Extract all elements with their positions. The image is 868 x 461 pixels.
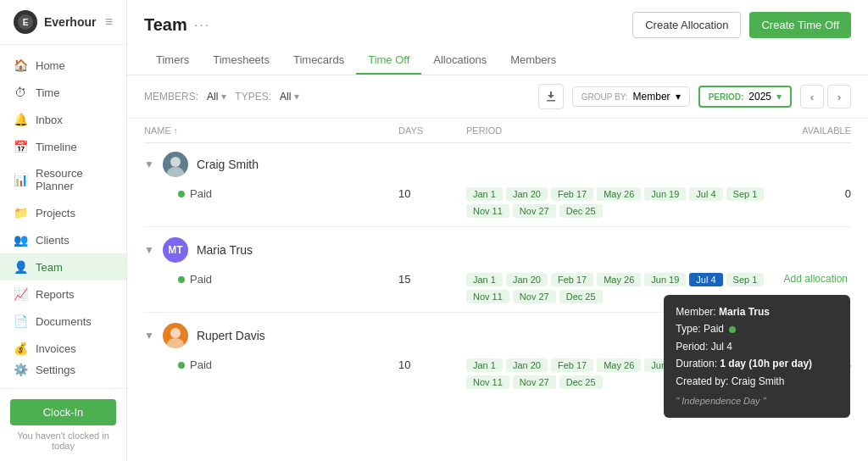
tag[interactable]: May 26 xyxy=(597,358,641,372)
main-content: Team ··· Create Allocation Create Time O… xyxy=(127,0,868,461)
home-icon: 🏠 xyxy=(14,58,27,72)
tag[interactable]: May 26 xyxy=(597,187,641,201)
clock-in-status: You haven't clocked in today xyxy=(10,430,116,451)
sidebar-item-reports[interactable]: 📈 Reports xyxy=(0,280,126,308)
header-actions: Create Allocation Create Time Off xyxy=(632,12,851,38)
types-filter-value: All xyxy=(280,91,291,103)
tag[interactable]: Jul 4 xyxy=(689,187,722,201)
sidebar-item-time[interactable]: ⏱ Time xyxy=(0,79,126,106)
tag[interactable]: May 26 xyxy=(597,273,641,286)
tooltip-created-by: Created by: Craig Smith xyxy=(676,373,838,390)
tag[interactable]: Feb 17 xyxy=(551,273,593,286)
tag[interactable]: Nov 27 xyxy=(513,204,556,218)
projects-icon: 📁 xyxy=(14,206,27,219)
tab-members[interactable]: Members xyxy=(498,47,568,75)
svg-point-3 xyxy=(170,157,181,167)
alloc-type-craig: Paid xyxy=(144,187,398,200)
tag[interactable]: Nov 11 xyxy=(466,375,509,389)
tooltip-member: Member: Maria Trus xyxy=(676,303,838,320)
tag[interactable]: Nov 27 xyxy=(513,290,556,303)
collapse-button[interactable]: ≡ xyxy=(105,14,113,30)
settings-icon: ⚙️ xyxy=(14,363,27,376)
sidebar-item-projects[interactable]: 📁 Projects xyxy=(0,199,126,226)
tag[interactable]: Dec 25 xyxy=(559,204,603,218)
members-filter-value: All xyxy=(207,91,218,103)
tag[interactable]: Jun 19 xyxy=(644,187,686,201)
invoices-icon: 💰 xyxy=(14,342,27,355)
sidebar-item-documents[interactable]: 📄 Documents xyxy=(0,308,126,335)
table-container: NAME↑ DAYS PERIOD AVAILABLE ▼ Craig Smit… xyxy=(127,119,868,461)
alloc-type-rupert: Paid xyxy=(144,358,398,371)
dot-craig xyxy=(178,191,185,197)
allocation-row-maria: Paid 15 Jan 1 Jan 20 Feb 17 May 26 Jun 1… xyxy=(144,268,851,308)
sidebar-item-clients[interactable]: 👥 Clients xyxy=(0,226,126,253)
tag[interactable]: Nov 11 xyxy=(466,204,509,218)
tag[interactable]: Jan 1 xyxy=(466,273,503,286)
tag[interactable]: Feb 17 xyxy=(551,187,593,201)
members-filter-select[interactable]: All ▾ xyxy=(207,91,226,103)
tag[interactable]: Jan 20 xyxy=(506,187,548,201)
inbox-icon: 🔔 xyxy=(14,113,27,126)
tag[interactable]: Jan 20 xyxy=(506,273,548,286)
timeline-icon: 📅 xyxy=(14,140,27,153)
add-allocation-maria[interactable]: Add allocation xyxy=(766,273,851,285)
main-header: Team ··· Create Allocation Create Time O… xyxy=(127,0,868,75)
alloc-type-label-maria: Paid xyxy=(190,273,212,286)
page-title-area: Team ··· xyxy=(144,15,210,35)
tag[interactable]: Sep 1 xyxy=(726,187,765,201)
tab-timesheets[interactable]: Timesheets xyxy=(201,47,281,75)
tag[interactable]: Jan 20 xyxy=(506,358,548,372)
member-row-craig[interactable]: ▼ Craig Smith xyxy=(144,143,851,182)
clients-icon: 👥 xyxy=(14,233,27,247)
download-button[interactable] xyxy=(538,84,564,109)
tag[interactable]: Nov 11 xyxy=(466,290,509,303)
sidebar-item-home[interactable]: 🏠 Home xyxy=(0,52,126,79)
tag[interactable]: Feb 17 xyxy=(551,358,593,372)
sidebar-item-label: Documents xyxy=(36,315,92,328)
tab-timecards[interactable]: Timecards xyxy=(281,47,356,75)
tooltip-type: Type: Paid xyxy=(676,320,838,337)
svg-text:E: E xyxy=(23,18,29,27)
member-name-maria: Maria Trus xyxy=(197,243,253,257)
tab-timers[interactable]: Timers xyxy=(144,47,201,75)
sidebar-item-invoices[interactable]: 💰 Invoices xyxy=(0,335,126,356)
period-prev-button[interactable]: ‹ xyxy=(800,85,824,108)
sidebar-logo: E Everhour ≡ xyxy=(0,0,126,45)
types-filter-select[interactable]: All ▾ xyxy=(280,91,299,103)
sidebar-item-team[interactable]: 👤 Team xyxy=(0,253,126,280)
create-time-off-button[interactable]: Create Time Off xyxy=(749,12,851,38)
types-filter-label: TYPES: xyxy=(235,91,271,103)
title-menu-dots[interactable]: ··· xyxy=(194,18,210,33)
group-by-selector[interactable]: GROUP BY: Member ▾ xyxy=(572,86,690,107)
col-name: NAME↑ xyxy=(144,125,398,136)
tag[interactable]: Dec 25 xyxy=(559,375,603,389)
tag[interactable]: Nov 27 xyxy=(513,375,556,389)
sidebar-item-timeline[interactable]: 📅 Timeline xyxy=(0,133,126,160)
tag[interactable]: Jan 1 xyxy=(466,358,503,372)
tag[interactable]: Dec 25 xyxy=(559,290,603,303)
avatar-rupert xyxy=(163,323,188,348)
avatar-maria: MT xyxy=(163,237,188,263)
period-next-button[interactable]: › xyxy=(827,85,851,108)
sidebar-item-settings[interactable]: ⚙️ Settings xyxy=(0,356,126,383)
member-row-maria[interactable]: ▼ MT Maria Trus xyxy=(144,229,851,268)
tag-jul4-maria[interactable]: Jul 4 xyxy=(689,273,722,286)
sidebar-item-label: Team xyxy=(36,261,63,274)
alloc-available-craig: 0 xyxy=(766,187,851,200)
sidebar-item-inbox[interactable]: 🔔 Inbox xyxy=(0,106,126,133)
tooltip-wrapper-jul4: Jul 4 Member: Maria Trus Type: Paid Peri… xyxy=(689,273,722,286)
tab-allocations[interactable]: Allocations xyxy=(421,47,498,75)
clock-in-button[interactable]: Clock-In xyxy=(10,399,116,425)
logo-text: Everhour xyxy=(44,15,96,29)
date-tags-maria: Jan 1 Jan 20 Feb 17 May 26 Jun 19 Jul 4 … xyxy=(466,273,766,303)
period-value: 2025 xyxy=(748,91,771,103)
sidebar-item-label: Reports xyxy=(36,288,75,301)
tab-timeoff[interactable]: Time Off xyxy=(356,47,421,75)
tag[interactable]: Jan 1 xyxy=(466,187,503,201)
tag[interactable]: Sep 1 xyxy=(726,273,765,286)
create-allocation-button[interactable]: Create Allocation xyxy=(632,12,741,38)
period-selector[interactable]: PERIOD: 2025 ▾ xyxy=(698,86,792,108)
col-days-label: DAYS xyxy=(398,125,423,136)
tag[interactable]: Jun 19 xyxy=(644,273,686,286)
sidebar-item-resource[interactable]: 📊 Resource Planner xyxy=(0,160,126,199)
